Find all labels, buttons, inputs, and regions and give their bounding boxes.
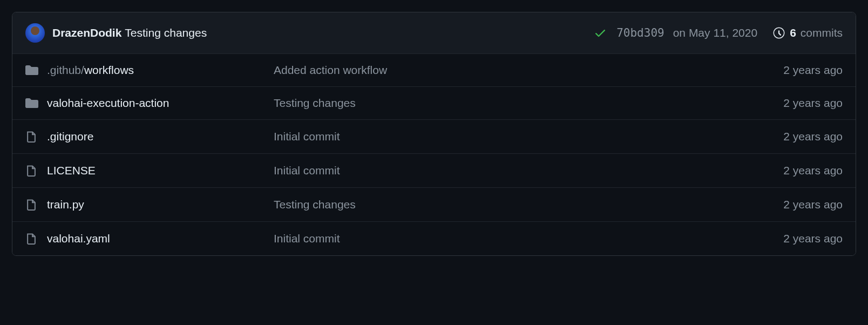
table-row: LICENSEInitial commit2 years ago bbox=[12, 153, 856, 187]
row-age: 2 years ago bbox=[783, 198, 843, 211]
table-row: .gitignoreInitial commit2 years ago bbox=[12, 119, 856, 153]
row-commit-message[interactable]: Initial commit bbox=[274, 232, 340, 245]
file-name[interactable]: valohai-execution-action bbox=[47, 97, 274, 110]
row-commit-message[interactable]: Added action workflow bbox=[274, 64, 387, 76]
file-name-main[interactable]: valohai.yaml bbox=[47, 232, 110, 245]
file-icon bbox=[25, 164, 47, 178]
table-row: train.pyTesting changes2 years ago bbox=[12, 187, 856, 221]
row-commit-message[interactable]: Initial commit bbox=[274, 130, 340, 143]
commit-date[interactable]: on May 11, 2020 bbox=[673, 26, 757, 39]
folder-icon bbox=[25, 64, 47, 77]
history-icon bbox=[772, 26, 785, 39]
row-age: 2 years ago bbox=[783, 232, 843, 245]
row-commit-message[interactable]: Testing changes bbox=[274, 198, 356, 211]
commits-link[interactable]: 6 commits bbox=[772, 26, 843, 39]
file-name[interactable]: train.py bbox=[47, 198, 274, 211]
folder-icon bbox=[25, 97, 47, 110]
latest-commit-bar: DrazenDodik Testing changes 70bd309 on M… bbox=[12, 12, 856, 54]
status-check-icon[interactable] bbox=[594, 26, 607, 39]
commits-label: commits bbox=[801, 26, 843, 39]
file-name-prefix: .github/ bbox=[47, 64, 84, 76]
row-commit-message[interactable]: Testing changes bbox=[274, 97, 356, 109]
file-icon bbox=[25, 130, 47, 144]
row-commit-message[interactable]: Initial commit bbox=[274, 164, 340, 177]
file-name-main[interactable]: LICENSE bbox=[47, 164, 96, 177]
row-age: 2 years ago bbox=[783, 97, 843, 110]
avatar[interactable] bbox=[25, 23, 45, 43]
commit-message[interactable]: Testing changes bbox=[125, 26, 207, 39]
row-age: 2 years ago bbox=[783, 164, 843, 177]
file-name-main[interactable]: .gitignore bbox=[47, 130, 93, 143]
file-name[interactable]: valohai.yaml bbox=[47, 232, 274, 245]
file-name[interactable]: .gitignore bbox=[47, 130, 274, 143]
file-icon bbox=[25, 198, 47, 212]
commits-count: 6 bbox=[790, 26, 796, 39]
row-age: 2 years ago bbox=[783, 64, 843, 77]
commit-sha[interactable]: 70bd309 bbox=[616, 26, 664, 39]
table-row: valohai.yamlInitial commit2 years ago bbox=[12, 221, 856, 255]
file-name-main[interactable]: train.py bbox=[47, 198, 84, 211]
file-name-main[interactable]: workflows bbox=[84, 64, 134, 76]
file-name-main[interactable]: valohai-execution-action bbox=[47, 97, 169, 109]
commit-author[interactable]: DrazenDodik bbox=[52, 26, 121, 39]
table-row: valohai-execution-actionTesting changes2… bbox=[12, 86, 856, 119]
file-name[interactable]: LICENSE bbox=[47, 164, 274, 177]
file-list: .github/workflowsAdded action workflow2 … bbox=[12, 54, 856, 255]
file-icon bbox=[25, 232, 47, 246]
row-age: 2 years ago bbox=[783, 130, 843, 143]
table-row: .github/workflowsAdded action workflow2 … bbox=[12, 54, 856, 86]
file-browser: DrazenDodik Testing changes 70bd309 on M… bbox=[12, 12, 856, 256]
file-name[interactable]: .github/workflows bbox=[47, 64, 274, 77]
